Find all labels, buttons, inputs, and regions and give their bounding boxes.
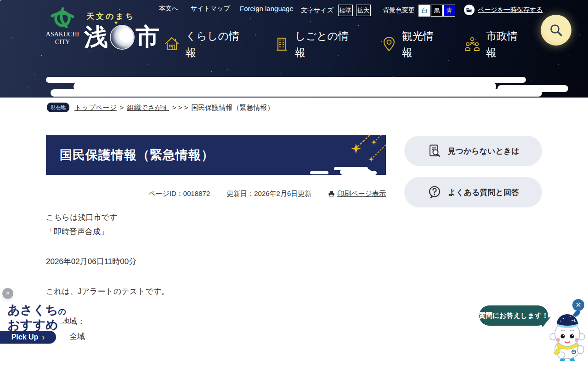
map-pin-icon [382, 36, 396, 52]
people-icon [464, 36, 481, 52]
bg-blue-button[interactable]: 青 [443, 5, 455, 17]
pickup-popup-title: あさくちの おすすめ [7, 304, 66, 332]
question-bubble-icon [427, 185, 442, 200]
breadcrumb-separator: > [120, 104, 124, 112]
updated-date: 更新日：2026年2月6日更新 [226, 190, 311, 198]
alert-text-line: 「即時音声合成」 [46, 226, 108, 237]
pickup-popup-cloud [0, 346, 67, 351]
to-content-link[interactable]: 本文へ [159, 5, 178, 13]
font-size-label: 文字サイズ [301, 6, 334, 15]
alert-text-line: これは、Jアラートのテストです。 [46, 286, 169, 297]
house-icon [164, 36, 180, 52]
printer-icon [328, 191, 335, 197]
nav-government-info[interactable]: 市政情報 [464, 28, 524, 61]
breadcrumb-separator: > > > [172, 104, 188, 112]
bg-black-button[interactable]: 黒 [431, 5, 443, 17]
folder-icon [464, 5, 475, 15]
page: ASAKUCHI CITY 天文のまち 浅市 ✦ 本文へ サイトマップ Fore… [0, 0, 588, 368]
font-size-large-button[interactable]: 拡大 [356, 5, 371, 16]
not-found-button[interactable]: 見つからないときは [404, 136, 542, 166]
starfield-decoration [0, 0, 0, 0]
font-size-standard-button[interactable]: 標準 [338, 5, 353, 16]
chat-speech-bubble[interactable]: 質問にお答えします！ [479, 305, 548, 326]
shooting-stars-decoration [276, 135, 386, 175]
site-header: ASAKUCHI CITY 天文のまち 浅市 ✦ 本文へ サイトマップ Fore… [0, 0, 588, 98]
save-page-link[interactable]: ページを一時保存する [464, 5, 543, 15]
alert-datetime: 2026年02月06日11時00分 [46, 256, 136, 267]
page-id: ページID：0018872 [148, 190, 210, 198]
nav-living-info[interactable]: くらしの情報 [164, 28, 249, 61]
breadcrumb-org-link[interactable]: 組織でさがす [127, 104, 169, 112]
site-logo[interactable]: 浅市 [84, 21, 160, 53]
breadcrumb-home-link[interactable]: トップページ [74, 104, 117, 112]
chat-close-button[interactable]: ✕ [572, 299, 584, 311]
page-title-banner: 国民保護情報（緊急情報） [46, 135, 386, 175]
breadcrumb: トップページ > 組織でさがす > > > 国民保護情報（緊急情報） [74, 104, 274, 112]
pickup-button[interactable]: Pick Up › [0, 331, 56, 344]
faq-button[interactable]: よくある質問と回答 [404, 177, 542, 207]
page-title: 国民保護情報（緊急情報） [60, 147, 214, 163]
bg-color-label: 背景色変更 [383, 6, 415, 15]
nav-business-info[interactable]: しごとの情報 [274, 28, 358, 61]
city-emblem-icon [51, 6, 74, 29]
current-location-badge: 現在地 [47, 103, 69, 112]
alert-text-line: こちらは浅口市です [46, 212, 117, 223]
city-name-english: ASAKUCHI CITY [39, 30, 86, 46]
bg-white-button[interactable]: 白 [418, 5, 430, 17]
foreign-language-link[interactable]: Foreign language [240, 5, 294, 12]
star-icon: ✦ [113, 19, 119, 26]
mascot-character[interactable] [548, 309, 587, 363]
breadcrumb-current: 国民保護情報（緊急情報） [192, 104, 274, 112]
nav-tourism-info[interactable]: 観光情報 [382, 28, 440, 61]
moon-icon [111, 26, 134, 49]
cloud-divider [51, 89, 542, 97]
search-icon [548, 23, 564, 38]
page-meta: ページID：0018872 更新日：2026年2月6日更新 印刷ページ表示 [46, 190, 386, 198]
city-tagline: 天文のまち [86, 11, 135, 22]
sitemap-link[interactable]: サイトマップ [191, 5, 230, 13]
document-search-icon [427, 144, 441, 158]
pickup-close-button[interactable]: × [2, 288, 13, 299]
print-page-link[interactable]: 印刷ページ表示 [328, 190, 386, 198]
building-icon [274, 36, 289, 52]
search-button[interactable] [541, 15, 571, 46]
chevron-right-icon: › [42, 333, 45, 342]
